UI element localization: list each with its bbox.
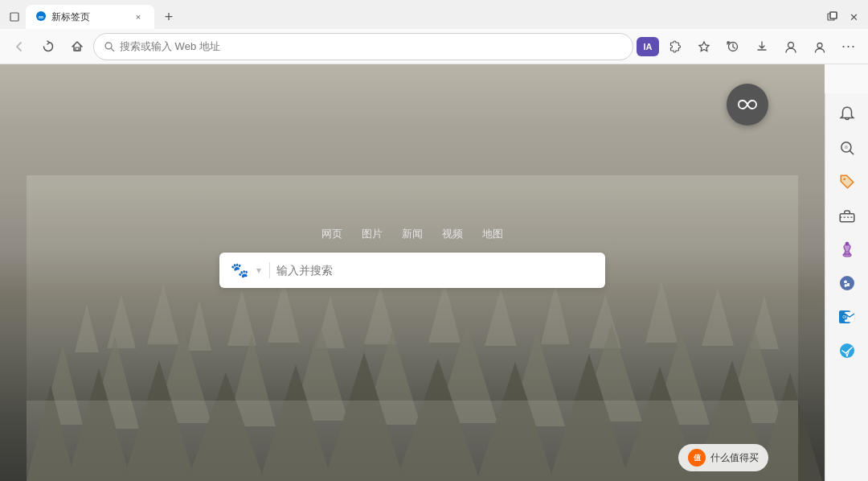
svg-point-55 — [843, 178, 845, 180]
browser-window: ∞ 新标签页 × + ✕ — [0, 0, 868, 481]
tab-maps[interactable]: 地图 — [482, 225, 503, 243]
search-section: 网页 图片 新闻 视频 地图 🐾 ▾ — [211, 225, 613, 288]
main-page: 网页 图片 新闻 视频 地图 🐾 ▾ 值 — [0, 64, 825, 481]
svg-point-11 — [817, 43, 822, 47]
sidebar-tools[interactable] — [833, 201, 862, 230]
paw-icon: 🐾 — [231, 261, 248, 279]
sidebar-panel: Ol + — [825, 93, 868, 481]
ia-button[interactable]: IA — [637, 37, 659, 56]
history-button[interactable] — [720, 34, 746, 60]
tab-news[interactable]: 新闻 — [402, 225, 423, 243]
sidebar-puzzle[interactable] — [833, 269, 862, 298]
svg-point-60 — [845, 242, 849, 245]
tab-title: 新标签页 — [51, 10, 90, 24]
sidebar-search[interactable] — [833, 134, 862, 162]
tab-close-button[interactable]: × — [132, 10, 145, 23]
svg-line-53 — [850, 151, 853, 154]
address-text: 搜索或输入 Web 地址 — [120, 39, 220, 54]
profile-button[interactable] — [807, 34, 833, 60]
nav-bar: 搜索或输入 Web 地址 IA — [0, 29, 868, 64]
collections-button[interactable] — [778, 34, 804, 60]
tab-images[interactable]: 图片 — [362, 225, 383, 243]
search-icon — [104, 41, 115, 52]
window-close-button[interactable]: ✕ — [845, 9, 862, 25]
sidebar-telegram[interactable] — [833, 336, 862, 365]
watermark[interactable]: 值 什么值得买 — [678, 444, 768, 471]
tab-bar: ∞ 新标签页 × + ✕ — [0, 0, 868, 29]
home-button[interactable] — [64, 34, 90, 60]
search-divider — [269, 262, 270, 278]
favorites-button[interactable] — [691, 34, 717, 60]
new-tab-button[interactable]: + — [158, 6, 180, 28]
svg-rect-59 — [845, 252, 850, 255]
sidebar-tag[interactable] — [833, 167, 862, 196]
dropdown-arrow[interactable]: ▾ — [256, 265, 261, 276]
address-bar[interactable]: 搜索或输入 Web 地址 — [93, 33, 633, 60]
svg-line-8 — [112, 48, 114, 51]
tab-bar-right: ✕ — [825, 9, 862, 25]
watermark-text: 什么值得买 — [710, 451, 759, 465]
watermark-logo: 值 — [688, 449, 706, 467]
more-button[interactable]: ··· — [836, 34, 862, 60]
sidebar-outlook[interactable]: Ol — [833, 302, 862, 331]
infinity-icon — [735, 97, 760, 112]
svg-rect-4 — [830, 12, 837, 18]
active-tab[interactable]: ∞ 新标签页 × — [26, 5, 154, 29]
tab-video[interactable]: 视频 — [442, 225, 463, 243]
window-restore-button[interactable] — [825, 9, 841, 25]
content-area: 网页 图片 新闻 视频 地图 🐾 ▾ 值 — [0, 64, 868, 481]
search-engine-icon[interactable]: 🐾 — [231, 261, 248, 279]
sidebar-chess[interactable] — [833, 235, 862, 264]
infinity-button[interactable] — [727, 84, 768, 125]
svg-text:Ol: Ol — [842, 314, 847, 319]
tab-bar-left — [6, 9, 23, 25]
downloads-button[interactable] — [749, 34, 775, 60]
svg-point-7 — [105, 43, 112, 49]
search-box[interactable]: 🐾 ▾ — [219, 253, 605, 288]
search-input[interactable] — [276, 264, 594, 277]
refresh-button[interactable] — [35, 34, 61, 60]
svg-text:∞: ∞ — [39, 12, 44, 20]
svg-rect-6 — [76, 47, 79, 51]
svg-rect-0 — [10, 13, 18, 21]
restore-button[interactable] — [6, 9, 23, 25]
svg-point-54 — [844, 146, 847, 149]
back-button[interactable] — [6, 34, 32, 60]
svg-rect-51 — [27, 175, 798, 481]
search-tabs: 网页 图片 新闻 视频 地图 — [321, 225, 503, 243]
sidebar-notifications[interactable] — [833, 100, 862, 129]
tab-webpage[interactable]: 网页 — [321, 225, 342, 243]
trees-svg — [0, 175, 825, 481]
tab-favicon: ∞ — [35, 10, 47, 24]
svg-point-10 — [788, 42, 794, 47]
extensions-button[interactable] — [662, 34, 688, 60]
